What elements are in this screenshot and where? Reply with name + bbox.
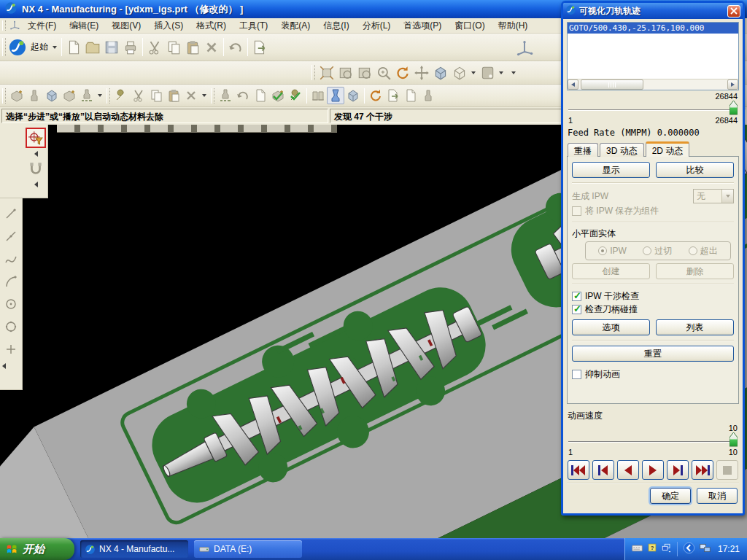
paste-icon[interactable] [183, 38, 202, 57]
edit-object-icon[interactable] [112, 87, 130, 104]
exchange-icon[interactable] [309, 87, 327, 104]
toolbar-grip[interactable] [311, 65, 315, 81]
reset-button[interactable]: 重置 [572, 346, 734, 362]
holder-check-checkbox[interactable] [572, 305, 581, 314]
collapse-left-icon[interactable] [34, 182, 38, 187]
print-icon[interactable] [121, 38, 140, 57]
menu-file[interactable]: 文件(F) [21, 18, 63, 34]
go-start-icon[interactable] [568, 460, 589, 480]
shop-doc-icon[interactable] [402, 87, 419, 104]
speed-slider-thumb[interactable] [729, 432, 738, 447]
snap-point-icon[interactable] [26, 160, 45, 179]
zoom-inout-icon[interactable] [374, 63, 393, 82]
menu-insert[interactable]: 插入(S) [147, 18, 190, 34]
speed-slider[interactable] [568, 432, 738, 448]
transform-icon[interactable] [367, 87, 384, 104]
ipw-check-checkbox[interactable] [572, 292, 581, 301]
motion-slider[interactable] [568, 101, 738, 116]
taskbar-item-data-drive[interactable]: DATA (E:) [194, 540, 302, 558]
circle-quadrant-icon[interactable] [1, 315, 20, 338]
compare-button[interactable]: 比较 [656, 162, 734, 178]
delete-icon[interactable] [202, 38, 221, 57]
toolpath-line-selected[interactable]: GOTO/500.430,-25.176,100.000 [568, 23, 738, 34]
menu-format[interactable]: 格式(R) [190, 18, 233, 34]
suppress-animation-checkbox[interactable] [572, 370, 581, 379]
go-end-icon[interactable] [692, 460, 713, 480]
line-icon[interactable] [1, 202, 20, 225]
copy-icon[interactable] [164, 38, 183, 57]
point-icon[interactable] [1, 338, 20, 360]
collapse-left-icon[interactable] [2, 363, 6, 369]
scroll-right-icon[interactable] [727, 79, 738, 90]
postprocess-icon[interactable] [384, 87, 402, 104]
verify-toolpath-icon[interactable] [327, 87, 344, 104]
step-forward-icon[interactable] [667, 460, 689, 480]
network-icon[interactable] [699, 542, 711, 557]
confirm-toolpath-icon[interactable] [269, 87, 287, 104]
cancel-button[interactable]: 取消 [697, 488, 738, 504]
create-tool-icon[interactable] [26, 87, 43, 104]
menu-help[interactable]: 帮助(H) [492, 18, 535, 34]
create-method-icon[interactable] [61, 87, 78, 104]
ok-button[interactable]: 确定 [650, 488, 691, 504]
play-forward-icon[interactable] [642, 460, 664, 480]
show-button[interactable]: 显示 [572, 162, 650, 178]
toolbar-grip[interactable] [2, 20, 6, 31]
create-program-icon[interactable] [8, 87, 26, 104]
chevron-down-icon[interactable] [98, 94, 102, 97]
rotate-view-icon[interactable] [393, 63, 412, 82]
export-icon[interactable] [250, 38, 269, 57]
menu-view[interactable]: 视图(V) [105, 18, 147, 34]
restore-window-icon[interactable] [661, 542, 672, 556]
paste-object-icon[interactable] [165, 87, 182, 104]
close-icon[interactable] [727, 5, 740, 18]
motion-slider-thumb[interactable] [729, 101, 738, 115]
menu-assemblies[interactable]: 装配(A) [274, 18, 317, 34]
circle-center-icon[interactable] [1, 292, 20, 315]
shaded-view-icon[interactable] [431, 63, 450, 82]
toolbar-grip[interactable] [2, 88, 6, 104]
toolbar-grip[interactable] [107, 88, 110, 104]
horizontal-scrollbar[interactable] [568, 79, 738, 90]
new-icon[interactable] [64, 38, 83, 57]
toolpath-listbox[interactable]: GOTO/500.430,-25.176,100.000 [567, 22, 739, 90]
chevron-down-icon[interactable] [471, 71, 476, 74]
cut-object-icon[interactable] [130, 87, 147, 104]
fit-view-icon[interactable] [317, 63, 336, 82]
list-toolpath-icon[interactable] [252, 87, 269, 104]
zoom-icon[interactable] [355, 63, 374, 82]
cut-icon[interactable] [145, 38, 164, 57]
arc-icon[interactable] [1, 270, 20, 292]
collapse-left-icon[interactable] [34, 151, 38, 157]
pan-view-icon[interactable] [412, 63, 431, 82]
menu-window[interactable]: 窗口(O) [448, 18, 491, 34]
replay-toolpath-icon[interactable] [234, 87, 252, 104]
csys-icon[interactable] [515, 38, 534, 57]
copy-object-icon[interactable] [147, 87, 165, 104]
display-mode-icon[interactable] [478, 63, 497, 82]
scroll-left-icon[interactable] [568, 79, 578, 90]
menu-edit[interactable]: 编辑(E) [63, 18, 105, 34]
generate-toolpath-icon[interactable] [217, 87, 234, 104]
toolbar-grip[interactable] [2, 38, 6, 57]
chevron-down-icon[interactable] [202, 94, 206, 97]
chevron-down-icon[interactable] [499, 71, 503, 74]
start-menu-button[interactable]: 起始 [8, 38, 59, 57]
help-icon[interactable] [647, 542, 657, 556]
undo-icon[interactable] [226, 38, 245, 57]
menu-tools[interactable]: 工具(T) [233, 18, 274, 34]
create-operation-icon[interactable] [78, 87, 96, 104]
dialog-titlebar[interactable]: 可视化刀轨轨迹 [563, 3, 743, 19]
scrollbar-thumb[interactable] [581, 79, 643, 90]
tab-3d-dynamic[interactable]: 3D 动态 [600, 143, 644, 157]
open-icon[interactable] [83, 38, 102, 57]
inferred-line-icon[interactable] [1, 225, 20, 247]
toolbar-overflow-icon[interactable] [511, 71, 516, 74]
list-button[interactable]: 列表 [656, 319, 734, 335]
tool-library-icon[interactable] [419, 87, 437, 104]
delete-object-icon[interactable] [182, 87, 200, 104]
save-icon[interactable] [102, 38, 121, 57]
options-button[interactable]: 选项 [572, 319, 650, 335]
view-orient-cube-icon[interactable] [450, 63, 469, 82]
menu-analysis[interactable]: 分析(L) [356, 18, 398, 34]
